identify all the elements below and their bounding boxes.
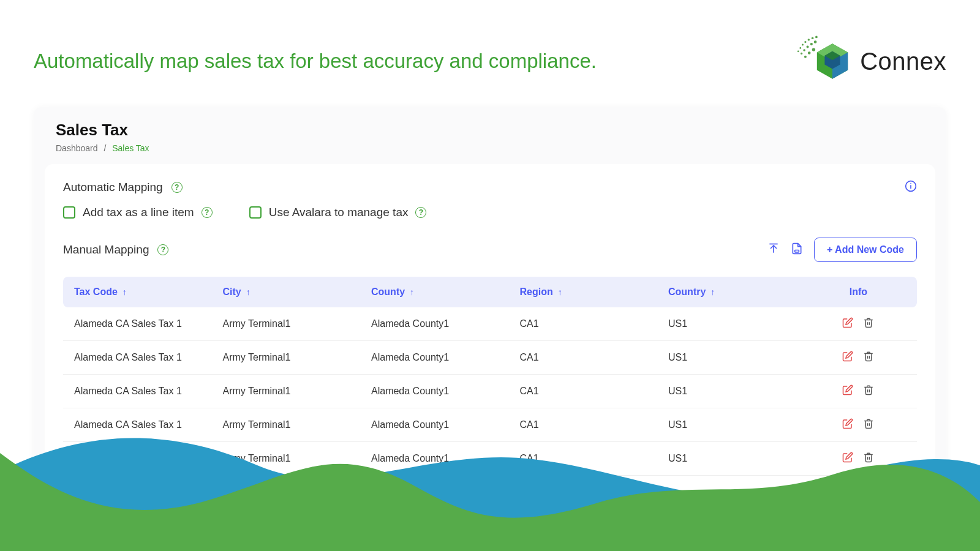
- svg-point-5: [812, 37, 814, 39]
- breadcrumb-separator: /: [104, 143, 106, 153]
- cell-city: A: [223, 487, 372, 498]
- table-row: Alameda CA Sales Tax 1Army Terminal1Alam…: [63, 375, 917, 408]
- breadcrumb-root[interactable]: Dashboard: [56, 143, 98, 153]
- svg-point-11: [814, 40, 817, 43]
- edit-icon[interactable]: [842, 384, 853, 398]
- help-icon[interactable]: ?: [172, 182, 183, 193]
- row-actions: [811, 317, 906, 331]
- col-label: County: [371, 287, 405, 298]
- add-tax-line-item-checkbox[interactable]: [63, 206, 75, 219]
- row-actions: [811, 418, 906, 432]
- trash-icon[interactable]: [863, 485, 874, 499]
- svg-point-14: [812, 48, 815, 51]
- cell-tax-code: Alameda CA Sales Tax 1: [74, 386, 223, 397]
- svg-point-13: [808, 51, 811, 54]
- edit-icon[interactable]: [842, 317, 853, 331]
- col-label: Country: [668, 287, 706, 298]
- col-label: Tax Code: [74, 287, 118, 298]
- breadcrumb: Dashboard / Sales Tax: [56, 143, 924, 153]
- row-actions: [811, 452, 906, 465]
- svg-point-1: [799, 47, 801, 49]
- col-city[interactable]: City↑: [223, 287, 372, 298]
- svg-point-22: [910, 183, 911, 184]
- edit-icon[interactable]: [842, 452, 853, 465]
- cell-county: Alameda County1: [371, 453, 520, 464]
- use-avalara-label: Use Avalara to manage tax: [269, 206, 409, 219]
- svg-point-2: [802, 43, 804, 45]
- table-row: Alameda CA Sales Tax 1Army Terminal1Alam…: [63, 307, 917, 341]
- col-region[interactable]: Region↑: [520, 287, 669, 298]
- cell-tax-code: Alameda CA Sales Tax 1: [74, 352, 223, 363]
- manual-mapping-label: Manual Mapping: [63, 243, 149, 257]
- col-label: Info: [850, 287, 867, 298]
- edit-icon[interactable]: [842, 418, 853, 432]
- svg-rect-25: [795, 250, 799, 252]
- cell-city: Army Terminal1: [223, 352, 372, 363]
- add-tax-line-item-label: Add tax as a line item: [83, 206, 194, 219]
- cell-county: a Count: [371, 487, 520, 498]
- col-county[interactable]: County↑: [371, 287, 520, 298]
- svg-point-8: [803, 49, 805, 51]
- cell-county: Alameda County1: [371, 419, 520, 430]
- sort-asc-icon: ↑: [558, 287, 562, 297]
- upload-icon[interactable]: [767, 242, 780, 257]
- cell-country: US1: [668, 453, 811, 464]
- table-row: Alameda CA Sales Tax 1Army Terminal1Alam…: [63, 408, 917, 442]
- col-country[interactable]: Country↑: [668, 287, 811, 298]
- cell-county: Alameda County1: [371, 352, 520, 363]
- cell-region: CA1: [520, 453, 669, 464]
- cell-region: CA1: [520, 352, 669, 363]
- hexagon-logo-icon: [794, 34, 849, 89]
- sort-asc-icon: ↑: [410, 287, 414, 297]
- row-actions: [811, 351, 906, 364]
- cell-city: Army Terminal1: [223, 386, 372, 397]
- col-info: Info: [811, 287, 906, 298]
- tax-codes-table: Tax Code↑ City↑ County↑ Region↑ Country↑…: [63, 277, 917, 509]
- edit-icon[interactable]: [842, 351, 853, 364]
- table-header: Tax Code↑ City↑ County↑ Region↑ Country↑…: [63, 277, 917, 307]
- cell-region: CA1: [520, 386, 669, 397]
- svg-point-10: [810, 43, 813, 45]
- trash-icon[interactable]: [863, 317, 874, 331]
- cell-country: US1: [668, 352, 811, 363]
- cell-county: Alameda County1: [371, 318, 520, 329]
- svg-point-0: [797, 50, 799, 52]
- main-card: Sales Tax Dashboard / Sales Tax Automati…: [34, 107, 946, 487]
- cell-county: Alameda County1: [371, 386, 520, 397]
- svg-point-12: [804, 56, 807, 58]
- cell-country: US1: [668, 419, 811, 430]
- svg-point-9: [807, 46, 809, 48]
- help-icon[interactable]: ?: [202, 207, 213, 218]
- svg-point-7: [801, 53, 802, 54]
- sort-asc-icon: ↑: [123, 287, 127, 297]
- file-export-icon[interactable]: [791, 242, 803, 257]
- use-avalara-checkbox[interactable]: [249, 206, 262, 219]
- col-label: City: [223, 287, 241, 298]
- sort-asc-icon: ↑: [246, 287, 251, 297]
- cell-country: US1: [668, 386, 811, 397]
- edit-icon[interactable]: [842, 485, 853, 499]
- automatic-mapping-label: Automatic Mapping: [63, 181, 163, 194]
- svg-point-3: [804, 41, 806, 43]
- brand-name: Connex: [860, 48, 946, 75]
- info-icon[interactable]: [905, 180, 917, 195]
- trash-icon[interactable]: [863, 452, 874, 465]
- help-icon[interactable]: ?: [415, 207, 426, 218]
- cell-region: CA1: [520, 318, 669, 329]
- add-new-code-button[interactable]: + Add New Code: [814, 238, 917, 262]
- table-row: Alameda CA Sales Tax 1Army Terminal1Alam…: [63, 442, 917, 476]
- breadcrumb-current: Sales Tax: [112, 143, 149, 153]
- col-label: Region: [520, 287, 553, 298]
- trash-icon[interactable]: [863, 418, 874, 432]
- cell-city: Army Terminal1: [223, 453, 372, 464]
- trash-icon[interactable]: [863, 351, 874, 364]
- help-icon[interactable]: ?: [157, 244, 168, 255]
- svg-point-6: [815, 36, 818, 39]
- page-title: Sales Tax: [56, 121, 924, 140]
- cell-tax-code: Alameda CA Sales Tax 1: [74, 318, 223, 329]
- trash-icon[interactable]: [863, 384, 874, 398]
- cell-city: Army Terminal1: [223, 419, 372, 430]
- cell-city: Army Terminal1: [223, 318, 372, 329]
- cell-region: CA1: [520, 419, 669, 430]
- col-tax-code[interactable]: Tax Code↑: [74, 287, 223, 298]
